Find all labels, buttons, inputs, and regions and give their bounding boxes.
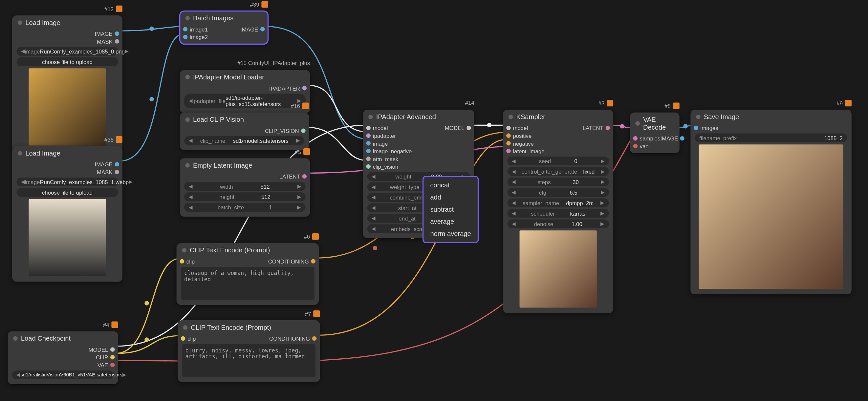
steps-widget[interactable]: ◀steps30▶ — [507, 177, 609, 187]
node-load-image-1[interactable]: #12 Load Image IMAGE MASK ◀imageRunComfy… — [12, 15, 122, 151]
node-batch-images[interactable]: #39 Batch Images image1 IMAGE image2 — [180, 11, 268, 44]
control-after-generate-widget[interactable]: ◀control_after_generatefixed▶ — [507, 167, 609, 176]
chevron-left-icon[interactable]: ◀ — [17, 372, 20, 378]
scheduler-widget[interactable]: ◀schedulerkarras▶ — [507, 209, 609, 218]
batch-widget[interactable]: ◀batch_size1▶ — [184, 203, 306, 212]
chevron-right-icon[interactable]: ▶ — [600, 211, 604, 216]
output-image[interactable]: IMAGE — [95, 31, 119, 36]
width-widget[interactable]: ◀width512▶ — [184, 182, 306, 191]
output-ipadapter[interactable]: IPADAPTER — [269, 85, 307, 91]
node-load-checkpoint[interactable]: #4 Load Checkpoint MODEL CLIP VAE ◀sd1/r… — [8, 331, 118, 384]
input-latent[interactable]: latent_image — [506, 148, 544, 154]
node-ipadapter-loader[interactable]: #15 ComfyUI_IPAdapter_plus IPAdapter Mod… — [180, 70, 310, 113]
collapse-icon[interactable] — [18, 151, 22, 155]
chevron-left-icon[interactable]: ◀ — [512, 190, 516, 195]
chevron-left-icon[interactable]: ◀ — [372, 184, 376, 190]
collapse-icon[interactable] — [182, 248, 186, 252]
chevron-left-icon[interactable]: ◀ — [189, 194, 193, 200]
denoise-widget[interactable]: ◀denoise1.00▶ — [507, 220, 609, 228]
cfg-widget[interactable]: ◀cfg6.5▶ — [507, 188, 609, 197]
dropdown-option-concat[interactable]: concat — [424, 179, 478, 191]
output-clip-vision[interactable]: CLIP_VISION — [265, 128, 306, 134]
node-header[interactable]: IPAdapter Model Loader — [180, 70, 310, 83]
chevron-left-icon[interactable]: ◀ — [21, 48, 25, 54]
input-vae[interactable]: vae — [633, 143, 649, 149]
combine-embeds-dropdown[interactable]: concat add subtract average norm average — [423, 176, 479, 243]
output-image[interactable]: IMAGE — [660, 135, 684, 141]
node-clip-encode-positive[interactable]: #6 CLIP Text Encode (Prompt) clip CONDIT… — [177, 243, 319, 305]
input-clip[interactable]: clip — [180, 258, 195, 264]
node-save-image[interactable]: #9 Save Image images filename_prefix1085… — [690, 110, 851, 294]
seed-widget[interactable]: ◀seed0▶ — [507, 157, 609, 165]
chevron-right-icon[interactable]: ▶ — [601, 190, 605, 195]
input-image1[interactable]: image1 — [183, 26, 208, 32]
node-empty-latent[interactable]: #5 Empty Latent Image LATENT ◀width512▶ … — [180, 158, 310, 216]
output-conditioning[interactable]: CONDITIONING — [269, 335, 316, 341]
output-mask[interactable]: MASK — [97, 169, 119, 175]
chevron-right-icon[interactable]: ▶ — [601, 158, 605, 164]
input-positive[interactable]: positive — [506, 133, 531, 138]
chevron-right-icon[interactable]: ▶ — [297, 204, 301, 210]
node-header[interactable]: Load CLIP Vision — [180, 112, 309, 126]
chevron-left-icon[interactable]: ◀ — [21, 179, 25, 185]
output-image[interactable]: IMAGE — [95, 161, 119, 167]
node-header[interactable]: Save Image — [690, 110, 851, 123]
chevron-right-icon[interactable]: ▶ — [298, 183, 301, 189]
ckpt-widget[interactable]: ◀sd1/realisticVisionV60B1_v51VAE.safeten… — [12, 370, 114, 379]
chevron-left-icon[interactable]: ◀ — [372, 195, 376, 200]
collapse-icon[interactable] — [13, 336, 18, 341]
input-samples[interactable]: samples — [633, 135, 660, 141]
chevron-right-icon[interactable]: ▶ — [600, 200, 604, 206]
node-header[interactable]: CLIP Text Encode (Prompt) — [178, 320, 320, 333]
dropdown-option-subtract[interactable]: subtract — [424, 203, 478, 215]
node-header[interactable]: CLIP Text Encode (Prompt) — [177, 243, 319, 256]
upload-button[interactable]: choose file to upload — [17, 188, 118, 197]
output-clip[interactable]: CLIP — [96, 354, 115, 360]
output-latent[interactable]: LATENT — [279, 173, 307, 179]
chevron-left-icon[interactable]: ◀ — [512, 221, 516, 227]
chevron-right-icon[interactable]: ▶ — [600, 221, 604, 227]
node-header[interactable]: IPAdapter Advanced — [363, 110, 474, 123]
chevron-left-icon[interactable]: ◀ — [512, 158, 516, 164]
collapse-icon[interactable] — [635, 122, 640, 126]
output-mask[interactable]: MASK — [97, 38, 119, 44]
node-header[interactable]: Load Checkpoint — [8, 331, 118, 344]
collapse-icon[interactable] — [185, 118, 189, 122]
node-header[interactable]: KSampler — [503, 110, 613, 123]
node-header[interactable]: Empty Latent Image — [180, 158, 310, 171]
node-header[interactable]: Batch Images — [180, 11, 268, 24]
chevron-left-icon[interactable]: ◀ — [372, 226, 376, 232]
chevron-right-icon[interactable]: ▶ — [125, 48, 129, 54]
output-model[interactable]: MODEL — [445, 125, 471, 131]
node-header[interactable]: Load Image — [12, 15, 122, 29]
node-load-image-2[interactable]: #38 Load Image IMAGE MASK ◀imageRunComfy… — [12, 146, 122, 281]
output-latent[interactable]: LATENT — [583, 125, 610, 131]
node-clip-encode-negative[interactable]: #7 CLIP Text Encode (Prompt) clip CONDIT… — [178, 320, 320, 382]
chevron-left-icon[interactable]: ◀ — [512, 179, 516, 185]
chevron-right-icon[interactable]: ▶ — [129, 179, 133, 185]
image-file-widget[interactable]: ◀imageRunComfy_examples_1085_0.png▶ — [17, 47, 118, 56]
input-ipadapter[interactable]: ipadapter — [366, 133, 396, 138]
chevron-right-icon[interactable]: ▶ — [122, 372, 126, 378]
prompt-textarea[interactable]: blurry, noisy, messy, lowres, jpeg, arti… — [182, 344, 315, 377]
input-image[interactable]: image — [366, 140, 388, 146]
chevron-left-icon[interactable]: ◀ — [512, 211, 516, 216]
collapse-icon[interactable] — [183, 325, 187, 330]
input-images[interactable]: images — [694, 125, 718, 131]
node-header[interactable]: VAE Decode — [630, 112, 680, 134]
node-vae-decode[interactable]: #8 VAE Decode samples IMAGE vae — [630, 112, 680, 153]
chevron-left-icon[interactable]: ◀ — [512, 169, 516, 174]
chevron-left-icon[interactable]: ◀ — [189, 183, 193, 189]
input-clip-vision[interactable]: clip_vision — [366, 163, 399, 169]
collapse-icon[interactable] — [185, 75, 189, 79]
chevron-right-icon[interactable]: ▶ — [601, 179, 605, 185]
dropdown-option-norm-average[interactable]: norm average — [424, 228, 478, 240]
input-negative[interactable]: negative — [506, 140, 534, 146]
collapse-icon[interactable] — [18, 20, 22, 25]
clip-name-widget[interactable]: ◀clip_namesd1/model.safetensors▶ — [184, 136, 304, 145]
output-conditioning[interactable]: CONDITIONING — [268, 258, 315, 264]
input-image-negative[interactable]: image_negative — [366, 148, 412, 154]
image-file-widget[interactable]: ◀imageRunComfy_examples_1085_1.webp▶ — [17, 177, 118, 187]
sampler-widget[interactable]: ◀sampler_namedpmpp_2m▶ — [507, 199, 609, 207]
chevron-left-icon[interactable]: ◀ — [189, 98, 193, 104]
